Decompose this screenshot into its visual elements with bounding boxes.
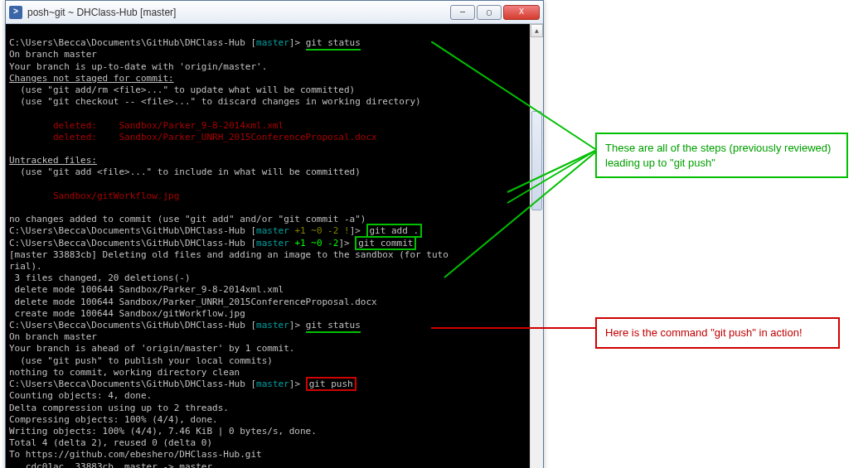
annotation-text: Here is the command "git push" in action… [605,326,803,339]
prompt-gt: > [344,238,355,248]
commit-output: [master 33883cb] Deleting old files and … [9,249,449,260]
status-line: Your branch is up-to-date with 'origin/m… [9,61,267,72]
prompt: C:\Users\Becca\Documents\GitHub\DHClass-… [9,379,256,389]
prompt: C:\Users\Becca\Documents\GitHub\DHClass-… [9,37,256,48]
window-title: posh~git ~ DHClass-Hub [master] [27,7,449,18]
push-output: Total 4 (delta 2), reused 0 (delta 0) [9,437,212,448]
status-hint: (use "git push" to publish your local co… [9,355,273,366]
maximize-button[interactable]: ▢ [477,5,502,20]
annotation-text: These are all of the steps (previously r… [605,142,831,154]
terminal-output[interactable]: C:\Users\Becca\Documents\GitHub\DHClass-… [6,24,543,468]
annotation-push: Here is the command "git push" in action… [595,317,840,349]
status-hint: (use "git checkout -- <file>..." to disc… [9,96,421,107]
prompt: C:\Users\Becca\Documents\GitHub\DHClass-… [9,238,256,248]
commit-output: delete mode 100644 Sandbox/Parker_9-8-20… [9,284,284,295]
status-line: Your branch is ahead of 'origin/master' … [9,343,294,354]
git-status-cmd: git status [306,37,361,51]
git-commit-cmd: git commit [355,236,416,250]
commit-output: rial). [9,261,42,272]
status-hint: (use "git add <file>..." to include in w… [9,166,361,177]
untracked-heading: Untracked files: [9,155,97,166]
branch-tag: master [256,37,289,48]
push-output: Compressing objects: 100% (4/4), done. [9,414,218,425]
branch-status: +1 ~0 -2 ! [289,225,350,236]
status-line: On branch master [9,49,97,60]
status-line: nothing to commit, working directory cle… [9,367,240,378]
git-push-cmd: git push [306,377,356,391]
untracked-file: Sandbox/gitWorkflow.jpg [9,191,179,201]
prompt-gt: > [294,379,305,389]
push-output: Counting objects: 4, done. [9,390,152,401]
commit-output: create mode 100644 Sandbox/gitWorkflow.j… [9,308,245,319]
scroll-thumb[interactable] [531,111,542,210]
push-output: cdc01ac..33883cb master -> master [9,461,212,468]
status-hint: (use "git add/rm <file>..." to update wh… [9,84,355,95]
close-button[interactable]: X [503,5,540,20]
prompt: C:\Users\Becca\Documents\GitHub\DHClass-… [9,320,256,330]
annotation-text: leading up to "git push" [605,157,715,169]
deleted-file: deleted: Sandbox/Parker_UNRH_2015Confere… [9,132,377,142]
branch-tag: master [256,238,289,248]
prompt-gt: > [294,320,305,330]
status-summary: no changes added to commit (use "git add… [9,214,366,224]
terminal-body-wrap: C:\Users\Becca\Documents\GitHub\DHClass-… [6,24,543,468]
changes-heading: Changes not staged for commit: [9,73,174,84]
scroll-up-button[interactable]: ▲ [531,24,543,37]
commit-output: delete mode 100644 Sandbox/Parker_UNRH_2… [9,297,377,307]
push-output: To https://github.com/ebeshero/DHClass-H… [9,449,262,460]
prompt-gt: > [294,37,305,48]
titlebar[interactable]: > posh~git ~ DHClass-Hub [master] — ▢ X [6,1,543,24]
prompt-gt: > [355,225,366,236]
window-controls: — ▢ X [449,5,540,20]
terminal-window: > posh~git ~ DHClass-Hub [master] — ▢ X … [5,0,544,468]
annotation-steps: These are all of the steps (previously r… [595,133,848,178]
branch-tag: master [256,379,289,389]
status-line: On branch master [9,331,97,342]
branch-status: +1 ~0 -2 [289,238,339,248]
prompt: C:\Users\Becca\Documents\GitHub\DHClass-… [9,225,256,236]
branch-tag: master [256,225,289,236]
commit-output: 3 files changed, 20 deletions(-) [9,273,191,283]
vertical-scrollbar[interactable]: ▲ ▼ [530,24,543,468]
app-icon: > [9,6,22,19]
minimize-button[interactable]: — [450,5,475,20]
deleted-file: deleted: Sandbox/Parker_9-8-2014xml.xml [9,120,284,131]
push-output: Writing objects: 100% (4/4), 7.46 KiB | … [9,426,317,437]
prompt-close: ] [338,238,344,248]
git-status-cmd: git status [306,320,361,333]
branch-tag: master [256,320,289,330]
push-output: Delta compression using up to 2 threads. [9,403,229,413]
